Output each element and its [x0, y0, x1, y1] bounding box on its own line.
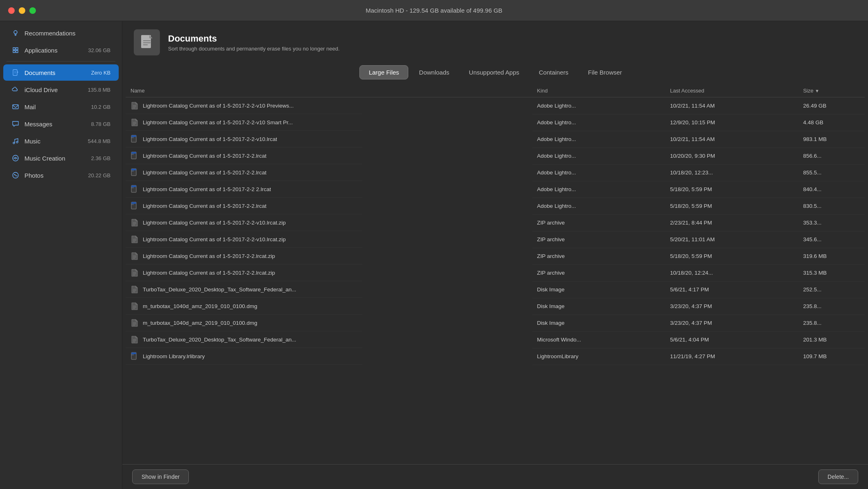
sidebar-item-icloud[interactable]: iCloud Drive135.8 MB: [3, 82, 119, 98]
table-row[interactable]: LCLightroom Library.lrlibraryLightroomLi…: [126, 348, 865, 365]
table-row[interactable]: LCLightroom Catalog Current as of 1-5-20…: [126, 164, 865, 181]
tab-downloads[interactable]: Downloads: [410, 66, 458, 79]
file-name: Lightroom Catalog Current as of 1-5-2017…: [143, 153, 266, 159]
table-header-row: Name Kind Last Accessed Size ▼: [126, 84, 865, 97]
sidebar-item-label: Music Creation: [24, 155, 86, 162]
file-kind-cell: Adobe Lightro...: [532, 164, 665, 181]
file-size-cell: 109.7 MB: [798, 348, 865, 365]
table-row[interactable]: LCLightroom Catalog Current as of 1-5-20…: [126, 148, 865, 164]
table-row[interactable]: Lightroom Catalog Current as of 1-5-2017…: [126, 248, 865, 264]
file-size-cell: 855.5...: [798, 164, 865, 181]
file-name: m_turbotax_1040d_amz_2019_010_0100.dmg: [143, 303, 257, 309]
file-name: Lightroom Catalog Current as of 1-5-2017…: [143, 236, 286, 242]
file-size-cell: 345.6...: [798, 231, 865, 248]
icloud-icon: [11, 86, 20, 94]
sidebar-item-documents[interactable]: DocumentsZero KB: [3, 64, 119, 81]
table-row[interactable]: Lightroom Catalog Current as of 1-5-2017…: [126, 97, 865, 115]
file-accessed-cell: 5/18/20, 5:59 PM: [665, 181, 798, 198]
delete-button[interactable]: Delete...: [818, 469, 858, 484]
file-kind-cell: Adobe Lightro...: [532, 198, 665, 214]
tab-unsupported-apps[interactable]: Unsupported Apps: [460, 66, 528, 79]
bottom-bar: Show in Finder Delete...: [122, 464, 868, 489]
col-header-kind[interactable]: Kind: [532, 84, 665, 97]
svg-rect-4: [13, 105, 18, 109]
svg-point-5: [13, 142, 15, 144]
file-size-cell: 319.6 MB: [798, 248, 865, 264]
file-size-cell: 983.1 MB: [798, 131, 865, 148]
table-row[interactable]: Lightroom Catalog Current as of 1-5-2017…: [126, 264, 865, 281]
file-icon: [131, 318, 139, 327]
sidebar-item-photos[interactable]: Photos20.22 GB: [3, 167, 119, 183]
svg-rect-1: [13, 70, 17, 75]
file-name: TurboTax_Deluxe_2020_Desktop_Tax_Softwar…: [143, 286, 296, 293]
sidebar-item-size: 10.2 GB: [91, 104, 111, 110]
sidebar-item-music[interactable]: Music544.8 MB: [3, 133, 119, 149]
file-table: Name Kind Last Accessed Size ▼ Lightroom…: [126, 84, 865, 365]
file-kind-cell: Adobe Lightro...: [532, 131, 665, 148]
file-name: TurboTax_Deluxe_2020_Desktop_Tax_Softwar…: [143, 337, 296, 343]
file-icon: [131, 268, 139, 277]
minimize-button[interactable]: [19, 7, 25, 14]
main-content: Documents Sort through documents and per…: [122, 21, 868, 489]
file-kind-cell: Adobe Lightro...: [532, 114, 665, 131]
sidebar-item-mail[interactable]: Mail10.2 GB: [3, 99, 119, 115]
table-row[interactable]: Lightroom Catalog Current as of 1-5-2017…: [126, 214, 865, 231]
sidebar-item-label: iCloud Drive: [24, 86, 83, 93]
col-header-accessed[interactable]: Last Accessed: [665, 84, 798, 97]
file-accessed-cell: 12/9/20, 10:15 PM: [665, 114, 798, 131]
recommendations-icon: [11, 29, 20, 37]
svg-text:LC: LC: [132, 153, 134, 155]
table-row[interactable]: m_turbotax_1040d_amz_2019_010_0100.dmgDi…: [126, 298, 865, 315]
file-accessed-cell: 11/21/19, 4:27 PM: [665, 348, 798, 365]
file-icon: [131, 285, 139, 294]
svg-point-8: [15, 157, 16, 159]
sidebar-item-label: Music: [24, 138, 83, 145]
file-size-cell: 201.3 MB: [798, 331, 865, 348]
table-row[interactable]: LCLightroom Catalog Current as of 1-5-20…: [126, 181, 865, 198]
table-row[interactable]: LCLightroom Catalog Current as of 1-5-20…: [126, 131, 865, 148]
sidebar-item-music-creation[interactable]: Music Creation2.36 GB: [3, 150, 119, 166]
tabs-bar: Large FilesDownloadsUnsupported AppsCont…: [122, 62, 868, 84]
table-row[interactable]: m_turbotax_1040d_amz_2019_010_0100.dmgDi…: [126, 315, 865, 331]
file-table-wrapper[interactable]: Name Kind Last Accessed Size ▼ Lightroom…: [122, 84, 868, 464]
table-row[interactable]: TurboTax_Deluxe_2020_Desktop_Tax_Softwar…: [126, 281, 865, 298]
table-row[interactable]: Lightroom Catalog Current as of 1-5-2017…: [126, 231, 865, 248]
tab-large-files[interactable]: Large Files: [359, 65, 408, 79]
table-row[interactable]: TurboTax_Deluxe_2020_Desktop_Tax_Softwar…: [126, 331, 865, 348]
tab-file-browser[interactable]: File Browser: [579, 66, 631, 79]
window-controls: [8, 7, 36, 14]
file-name: Lightroom Catalog Current as of 1-5-2017…: [143, 170, 266, 176]
sidebar-item-applications[interactable]: Applications32.06 GB: [3, 42, 119, 58]
col-header-name[interactable]: Name: [126, 84, 532, 97]
sidebar-item-size: Zero KB: [91, 70, 111, 76]
file-name-cell: LCLightroom Catalog Current as of 1-5-20…: [126, 164, 362, 181]
table-row[interactable]: Lightroom Catalog Current as of 1-5-2017…: [126, 114, 865, 131]
svg-text:LC: LC: [132, 137, 134, 139]
messages-icon: [11, 120, 20, 128]
maximize-button[interactable]: [29, 7, 36, 14]
file-size-cell: 4.48 GB: [798, 114, 865, 131]
music-creation-icon: [11, 154, 20, 162]
file-icon: LC: [131, 151, 139, 160]
sidebar-item-messages[interactable]: Messages8.78 GB: [3, 116, 119, 132]
file-size-cell: 235.8...: [798, 298, 865, 315]
table-row[interactable]: LCLightroom Catalog Current as of 1-5-20…: [126, 198, 865, 214]
col-header-size[interactable]: Size ▼: [798, 84, 865, 97]
sidebar: RecommendationsApplications32.06 GBDocum…: [0, 21, 122, 489]
sidebar-item-size: 8.78 GB: [91, 121, 111, 127]
close-button[interactable]: [8, 7, 15, 14]
file-kind-cell: ZIP archive: [532, 214, 665, 231]
file-name-cell: LCLightroom Catalog Current as of 1-5-20…: [126, 181, 362, 198]
file-name-cell: Lightroom Catalog Current as of 1-5-2017…: [126, 248, 362, 264]
show-in-finder-button[interactable]: Show in Finder: [132, 469, 189, 484]
tab-containers[interactable]: Containers: [530, 66, 578, 79]
file-name: Lightroom Catalog Current as of 1-5-2017…: [143, 253, 275, 259]
svg-point-0: [14, 31, 17, 34]
file-icon: [131, 302, 139, 311]
file-name-cell: Lightroom Catalog Current as of 1-5-2017…: [126, 264, 362, 281]
file-accessed-cell: 5/6/21, 4:04 PM: [665, 331, 798, 348]
sidebar-item-recommendations[interactable]: Recommendations: [3, 25, 119, 41]
photos-icon: [11, 171, 20, 179]
sidebar-item-label: Photos: [24, 172, 83, 179]
file-name-cell: LCLightroom Library.lrlibrary: [126, 348, 362, 365]
